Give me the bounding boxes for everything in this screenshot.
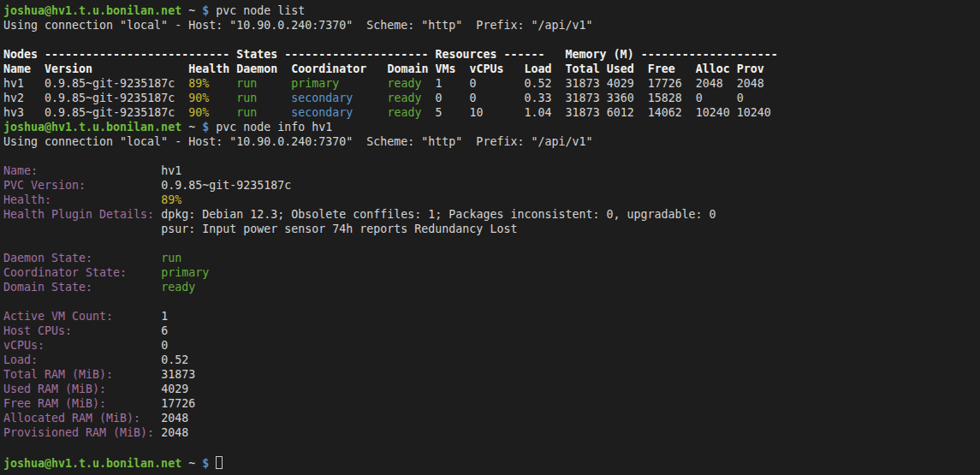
table-column-header-text: Prov: [737, 62, 764, 75]
spacer: [106, 383, 161, 395]
table-row-hv3-text: 6012: [607, 106, 634, 119]
info-load-text: Load:: [3, 353, 38, 366]
spacer: [484, 106, 525, 119]
prompt-node-list-text: $: [202, 4, 209, 17]
table-row-hv3-text: hv3: [3, 106, 24, 119]
spacer: [195, 457, 202, 470]
info-daemon-state-text: run: [161, 252, 181, 264]
table-section-header-text: ---------------------: [284, 48, 428, 61]
spacer: [257, 106, 291, 119]
terminal-window[interactable]: joshua@hv1.t.u.bonilan.net ~ $ pvc node …: [0, 0, 980, 475]
prompt-node-info-text: pvc node info hv1: [216, 121, 332, 134]
spacer: [421, 106, 435, 119]
info-load-text: 0.52: [161, 353, 188, 366]
table-row-hv3-text: 1.04: [525, 106, 552, 119]
spacer: [496, 48, 503, 61]
prompt-node-info-text: $: [202, 121, 209, 134]
prompt-node-list-text: joshua@hv1.t.u.bonilan.net: [3, 4, 181, 17]
spacer: [175, 92, 188, 104]
spacer: [209, 92, 236, 104]
prompt-node-info: joshua@hv1.t.u.bonilan.net ~ $ pvc node …: [3, 120, 980, 134]
table-row-hv2-text: 90%: [188, 92, 209, 104]
info-allocated-ram-text: Allocated RAM (MiB):: [3, 412, 140, 425]
table-row-hv2-text: ready: [387, 92, 421, 104]
connection-info-line: Using connection "local" - Host: "10.90.…: [3, 18, 980, 33]
spacer: [682, 77, 696, 90]
blank-line: [3, 294, 980, 309]
table-row-hv1-text: 0: [470, 77, 477, 90]
spacer: [24, 106, 45, 119]
prompt-idle-text: $: [202, 457, 209, 470]
spacer: [442, 77, 469, 90]
info-domain-state-text: ready: [161, 281, 195, 294]
spacer: [730, 106, 737, 119]
spacer: [552, 92, 566, 104]
table-row-hv3-text: 90%: [188, 106, 209, 119]
table-row-hv2-text: secondary: [291, 92, 353, 104]
table-section-header-text: --------------------: [641, 48, 778, 61]
spacer: [31, 62, 45, 75]
spacer: [477, 77, 525, 90]
terminal-cursor: [216, 456, 223, 469]
spacer: [552, 77, 566, 90]
spacer: [455, 62, 469, 75]
info-coordinator-state-text: primary: [161, 266, 209, 279]
spacer: [682, 92, 696, 104]
info-health-text: 89%: [161, 193, 181, 206]
table-section-header-text: ---------------------------: [45, 48, 229, 61]
spacer: [600, 92, 607, 104]
table-row-hv1-text: 2048: [737, 77, 764, 90]
info-free-ram: Free RAM (MiB): 17726: [3, 396, 980, 411]
table-row-hv2-text: 0: [737, 92, 744, 104]
blank-line: [3, 33, 980, 47]
connection-info-line-text: Using connection "local" - Host: "10.90.…: [3, 135, 592, 148]
table-row-hv3-text: run: [236, 106, 257, 119]
spacer: [209, 457, 216, 470]
info-health: Health: 89%: [3, 193, 980, 207]
spacer: [195, 4, 202, 17]
info-daemon-state-text: Daemon State:: [3, 252, 92, 264]
info-name-text: hv1: [161, 164, 181, 177]
spacer: [175, 77, 188, 90]
spacer: [140, 412, 161, 425]
table-column-header-text: Daemon: [236, 62, 277, 75]
info-health-plugin-details-cont: psur: Input power sensor 74h reports Red…: [3, 222, 980, 236]
spacer: [257, 92, 291, 104]
table-row-hv1-text: 0.52: [525, 77, 552, 90]
blank-line: [3, 149, 980, 163]
spacer: [209, 106, 236, 119]
spacer: [421, 77, 435, 90]
info-free-ram-text: 17726: [161, 397, 195, 410]
table-row-hv2-text: hv2: [3, 92, 24, 104]
terminal-screen: { "palette": { "background": "#1d1d1d", …: [0, 0, 980, 475]
prompt-idle-text: joshua@hv1.t.u.bonilan.net: [3, 457, 181, 470]
spacer: [600, 62, 607, 75]
spacer: [730, 62, 737, 75]
table-column-header-text: Free: [648, 62, 675, 75]
table-row-hv1-text: 0.9.85~git-9235187c: [45, 77, 175, 90]
info-vcpus: vCPUs: 0: [3, 338, 980, 353]
blank-line: [3, 236, 980, 251]
spacer: [703, 92, 737, 104]
table-row-hv1-text: primary: [291, 77, 339, 90]
spacer: [634, 106, 648, 119]
spacer: [339, 77, 387, 90]
table-row-hv2-text: 0.33: [525, 92, 552, 104]
spacer: [504, 62, 525, 75]
spacer: [38, 48, 45, 61]
spacer: [113, 310, 161, 323]
spacer: [600, 77, 607, 90]
table-column-header-text: Version: [45, 62, 92, 75]
info-provisioned-ram-text: Provisioned RAM (MiB):: [3, 426, 154, 439]
table-row-hv1-text: 89%: [188, 77, 209, 90]
spacer: [600, 106, 607, 119]
table-column-header-text: Used: [607, 62, 634, 75]
table-column-header-text: Total: [566, 62, 600, 75]
info-host-cpus-text: 6: [161, 324, 168, 337]
table-row-hv2-text: 0: [470, 92, 477, 104]
table-column-header-text: Name: [3, 62, 31, 75]
table-section-header: Nodes --------------------------- States…: [3, 47, 980, 62]
spacer: [45, 339, 161, 352]
info-pvc-version: PVC Version: 0.9.85~git-9235187c: [3, 178, 980, 193]
info-pvc-version-text: PVC Version:: [3, 179, 86, 192]
